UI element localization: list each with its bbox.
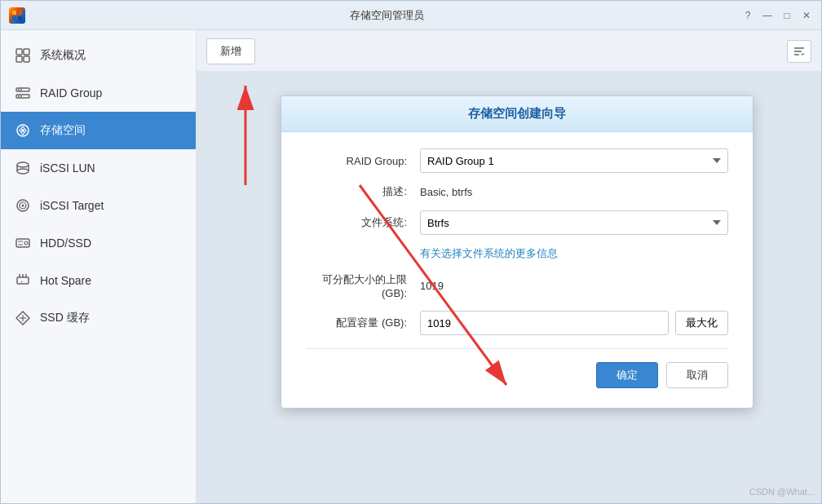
svg-rect-0 xyxy=(12,11,16,15)
sidebar-item-hdd-ssd[interactable]: HDD/SSD xyxy=(1,224,196,262)
config-size-control: 最大化 xyxy=(420,311,728,335)
filesystem-link-control: 有关选择文件系统的更多信息 xyxy=(420,246,728,261)
max-size-value: 1019 xyxy=(420,280,728,292)
raid-group-label: RAID Group: xyxy=(306,155,420,167)
config-size-input-group: 最大化 xyxy=(420,311,728,335)
sidebar-label-iscsi-lun: iSCSI LUN xyxy=(40,161,95,175)
svg-point-15 xyxy=(21,129,24,132)
content-pane: 新增 存储空间创建向导 xyxy=(197,30,821,503)
hotspare-icon: + xyxy=(14,272,32,290)
max-size-label: 可分配大小的上限 (GB): xyxy=(306,272,420,299)
sidebar-item-raid-group[interactable]: RAID Group xyxy=(1,74,196,112)
config-size-input[interactable] xyxy=(420,311,669,335)
sidebar-item-storage-space[interactable]: 存储空间 xyxy=(1,112,196,149)
maximize-button[interactable]: □ xyxy=(780,9,793,22)
minimize-button[interactable]: — xyxy=(761,9,774,22)
sidebar-item-ssd-cache[interactable]: SSD 缓存 xyxy=(1,299,196,337)
window-title: 存储空间管理员 xyxy=(32,8,741,23)
filesystem-row: 文件系统: Btrfs xyxy=(306,210,728,235)
cancel-button[interactable]: 取消 xyxy=(666,362,728,388)
description-text: Basic, btrfs xyxy=(420,183,472,201)
iscsi-lun-icon xyxy=(14,159,32,177)
dialog-body: RAID Group: RAID Group 1 描述: xyxy=(281,132,753,408)
svg-rect-5 xyxy=(24,49,29,55)
svg-rect-7 xyxy=(24,56,29,62)
config-size-row: 配置容量 (GB): 最大化 xyxy=(306,311,728,335)
sidebar-item-hot-spare[interactable]: + Hot Spare xyxy=(1,262,196,299)
svg-point-19 xyxy=(17,169,29,174)
filesystem-select[interactable]: Btrfs xyxy=(420,210,728,235)
target-icon xyxy=(14,197,32,214)
max-size-row: 可分配大小的上限 (GB): 1019 xyxy=(306,272,728,299)
description-row: 描述: Basic, btrfs xyxy=(306,184,728,199)
raid-group-row: RAID Group: RAID Group 1 xyxy=(306,148,728,173)
grid-icon xyxy=(14,46,32,64)
maximize-button[interactable]: 最大化 xyxy=(675,311,728,335)
description-value: Basic, btrfs xyxy=(420,186,728,198)
filesystem-control: Btrfs xyxy=(420,210,728,235)
watermark: CSDN @What... xyxy=(749,487,815,497)
main-area: 系统概况 RAID Group xyxy=(1,30,821,503)
svg-rect-2 xyxy=(12,16,16,20)
sidebar-label-ssd-cache: SSD 缓存 xyxy=(40,311,90,325)
sidebar-label-hot-spare: Hot Spare xyxy=(40,274,91,287)
sidebar-label-iscsi-target: iSCSI Target xyxy=(40,199,104,212)
window-controls: ? — □ ✕ xyxy=(741,9,813,22)
dialog-separator xyxy=(306,348,728,349)
svg-point-16 xyxy=(17,162,29,167)
svg-text:+: + xyxy=(20,279,24,284)
hdd-icon xyxy=(14,234,32,252)
sidebar-label-hdd-ssd: HDD/SSD xyxy=(40,237,91,250)
dialog-footer: 确定 取消 xyxy=(306,362,728,391)
close-button[interactable]: ✕ xyxy=(800,9,813,22)
svg-rect-6 xyxy=(16,56,22,62)
titlebar: 存储空间管理员 ? — □ ✕ xyxy=(1,1,821,30)
raid-group-select[interactable]: RAID Group 1 xyxy=(420,148,728,173)
sidebar-label-storage-space: 存储空间 xyxy=(40,123,86,138)
raid-group-control: RAID Group 1 xyxy=(420,148,728,173)
svg-rect-4 xyxy=(16,49,22,55)
sidebar-label-system-overview: 系统概况 xyxy=(40,48,86,63)
svg-point-22 xyxy=(22,205,24,207)
app-icon xyxy=(9,7,25,24)
ssdcache-icon xyxy=(14,309,32,327)
help-button[interactable]: ? xyxy=(741,9,754,22)
sort-icon[interactable] xyxy=(787,40,811,63)
dialog-title: 存储空间创建向导 xyxy=(281,96,753,132)
description-label: 描述: xyxy=(306,184,420,199)
svg-rect-1 xyxy=(18,11,22,15)
config-size-label: 配置容量 (GB): xyxy=(306,316,420,330)
dialog-container: 存储空间创建向导 RAID Group: RAID Group 1 xyxy=(281,95,737,409)
storage-icon xyxy=(14,122,32,139)
main-window: 存储空间管理员 ? — □ ✕ 系统概况 xyxy=(0,0,822,504)
svg-point-24 xyxy=(24,241,28,245)
svg-rect-3 xyxy=(18,16,22,20)
sidebar-item-system-overview[interactable]: 系统概况 xyxy=(1,37,196,74)
max-size-text: 1019 xyxy=(420,276,444,295)
sidebar: 系统概况 RAID Group xyxy=(1,30,197,503)
filesystem-info-link[interactable]: 有关选择文件系统的更多信息 xyxy=(420,247,558,259)
filesystem-label: 文件系统: xyxy=(306,215,420,230)
confirm-button[interactable]: 确定 xyxy=(596,362,658,388)
add-button[interactable]: 新增 xyxy=(206,38,255,64)
content-background: 存储空间创建向导 RAID Group: RAID Group 1 xyxy=(197,71,821,503)
raid-icon xyxy=(14,84,32,102)
storage-wizard-dialog: 存储空间创建向导 RAID Group: RAID Group 1 xyxy=(281,95,754,409)
filesystem-link-row: 有关选择文件系统的更多信息 xyxy=(306,246,728,261)
sidebar-item-iscsi-lun[interactable]: iSCSI LUN xyxy=(1,149,196,187)
sidebar-item-iscsi-target[interactable]: iSCSI Target xyxy=(1,187,196,224)
sidebar-label-raid-group: RAID Group xyxy=(40,86,102,99)
